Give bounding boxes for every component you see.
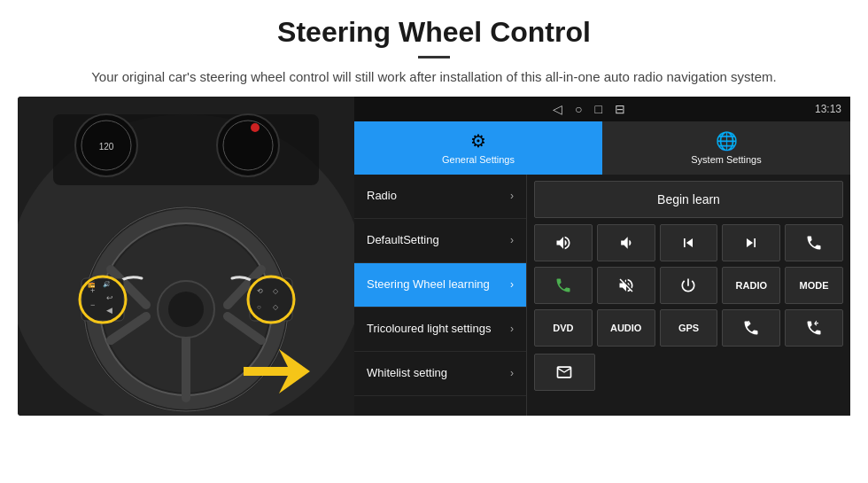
general-settings-icon: ⚙ (470, 130, 486, 152)
svg-text:−: − (90, 300, 95, 309)
power-button[interactable] (660, 267, 718, 304)
tab-system-label: System Settings (691, 154, 761, 165)
tel-prev-button[interactable] (722, 309, 780, 347)
svg-point-19 (168, 292, 204, 327)
controls-row1 (534, 224, 843, 261)
tab-bar: ⚙ General Settings 🌐 System Settings (354, 121, 850, 175)
chevron-icon: › (510, 278, 514, 291)
chevron-icon: › (510, 190, 514, 202)
svg-text:+: + (90, 286, 95, 295)
settings-item-radio[interactable]: Radio › (354, 175, 526, 219)
radio-label-button[interactable]: RADIO (722, 267, 780, 304)
header-subtitle: Your original car's steering wheel contr… (53, 67, 815, 88)
svg-text:120: 120 (99, 142, 114, 152)
svg-text:◇: ◇ (273, 303, 279, 311)
controls-row4 (534, 354, 843, 391)
status-time: 13:13 (815, 103, 841, 115)
svg-point-8 (251, 123, 260, 132)
svg-text:◀: ◀ (106, 306, 112, 315)
chevron-icon: › (510, 367, 514, 379)
begin-learn-row: Begin learn (534, 180, 843, 219)
main-content: 120 (0, 97, 868, 416)
svg-text:⟲: ⟲ (257, 287, 263, 295)
page-wrapper: Steering Wheel Control Your original car… (0, 0, 868, 416)
android-ui: ◁ ○ □ ⊟ 13:13 ⚙ General Settings 🌐 Syste… (354, 97, 850, 416)
page-title: Steering Wheel Control (53, 16, 815, 49)
extra-icon-button[interactable] (534, 354, 595, 391)
status-bar-nav: ◁ ○ □ ⊟ (363, 102, 815, 116)
steering-wheel-area: 120 (18, 97, 354, 416)
header-divider (418, 56, 450, 58)
settings-item-steering[interactable]: Steering Wheel learning › (354, 263, 526, 308)
status-bar: ◁ ○ □ ⊟ 13:13 (354, 97, 850, 121)
settings-item-default[interactable]: DefaultSetting › (354, 219, 526, 263)
controls-panel: Begin learn (527, 175, 850, 416)
menu-icon: ⊟ (615, 102, 625, 116)
home-icon: ○ (575, 102, 582, 116)
settings-list: Radio › DefaultSetting › Steering Wheel … (354, 175, 527, 416)
chevron-icon: › (510, 234, 514, 246)
controls-row3: DVD AUDIO GPS (534, 309, 843, 347)
recents-icon: □ (594, 102, 601, 116)
mute-button[interactable] (597, 267, 655, 304)
svg-text:○: ○ (257, 303, 261, 311)
tel-next-button[interactable] (785, 309, 843, 347)
settings-panel: Radio › DefaultSetting › Steering Wheel … (354, 175, 850, 416)
settings-whitelist-label: Whitelist setting (367, 366, 447, 381)
tab-general[interactable]: ⚙ General Settings (354, 121, 602, 175)
settings-radio-label: Radio (367, 189, 397, 204)
tab-general-label: General Settings (442, 154, 515, 165)
call-answer-button[interactable] (534, 267, 593, 304)
svg-rect-27 (250, 278, 292, 321)
dvd-label-button[interactable]: DVD (534, 309, 593, 347)
skip-next-button[interactable] (722, 224, 780, 261)
chevron-icon: › (510, 323, 514, 335)
svg-text:◇: ◇ (273, 287, 279, 295)
system-settings-icon: 🌐 (716, 130, 738, 152)
settings-item-whitelist[interactable]: Whitelist setting › (354, 352, 526, 396)
back-icon: ◁ (553, 102, 562, 116)
skip-prev-button[interactable] (660, 224, 718, 261)
settings-steering-label: Steering Wheel learning (367, 277, 490, 292)
header: Steering Wheel Control Your original car… (0, 0, 868, 97)
tab-system[interactable]: 🌐 System Settings (602, 121, 850, 175)
phone-button[interactable] (785, 224, 843, 261)
svg-text:🔊: 🔊 (103, 280, 111, 288)
mode-label-button[interactable]: MODE (785, 267, 843, 304)
settings-default-label: DefaultSetting (367, 233, 439, 248)
volume-up-button[interactable] (534, 224, 593, 261)
steering-bg: 120 (18, 97, 354, 416)
settings-tricoloured-label: Tricoloured light settings (367, 322, 491, 337)
begin-learn-button[interactable]: Begin learn (534, 181, 843, 218)
svg-point-6 (217, 114, 279, 176)
settings-item-tricoloured[interactable]: Tricoloured light settings › (354, 308, 526, 352)
steering-wheel-svg: 120 (18, 97, 354, 416)
gps-label-button[interactable]: GPS (660, 309, 718, 347)
controls-row2: RADIO MODE (534, 267, 843, 304)
audio-label-button[interactable]: AUDIO (597, 309, 655, 347)
volume-down-button[interactable] (597, 224, 655, 261)
svg-text:↩: ↩ (106, 293, 113, 302)
